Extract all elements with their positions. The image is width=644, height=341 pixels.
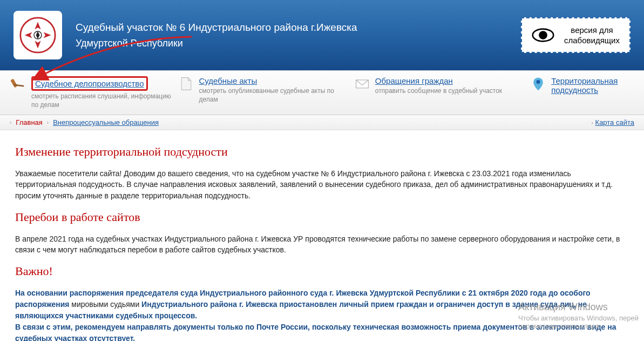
nav-link-appeals[interactable]: Обращения граждан [375, 76, 453, 85]
nav-sub-proceedings: смотреть расписания слушаний, информацию… [31, 92, 173, 109]
nav-item-territory[interactable]: Территориальная подсудность [531, 76, 633, 109]
nav-sub-acts: смотреть опубликованные судебные акты по… [199, 87, 349, 104]
eye-icon [532, 24, 554, 46]
paragraph-outages: В апреле 2021 года на судебных участках … [15, 233, 629, 256]
sitemap-link[interactable]: Карта сайта [595, 118, 634, 126]
svg-point-3 [539, 31, 547, 39]
breadcrumb-sitemap[interactable]: › Карта сайта [592, 118, 634, 126]
main-nav: Судебное делопроизводство смотреть распи… [0, 70, 644, 115]
gavel-icon [11, 76, 26, 91]
site-title-line2: Удмуртской Республики [76, 38, 357, 49]
envelope-icon [355, 76, 370, 91]
accessibility-button[interactable]: версия для слабовидящих [521, 17, 631, 53]
nav-item-acts[interactable]: Судебные акты смотреть опубликованные су… [179, 76, 349, 109]
nav-link-territory[interactable]: Территориальная подсудность [551, 76, 618, 95]
map-pin-icon [531, 76, 546, 91]
document-icon [179, 76, 194, 91]
accessibility-label: версия для слабовидящих [564, 25, 620, 46]
breadcrumb-home[interactable]: Главная [16, 118, 42, 126]
breadcrumb-current[interactable]: Внепроцессуальные обращения [53, 118, 159, 126]
breadcrumb-sep-icon: › [592, 120, 593, 126]
site-header: Судебный участок № 6 Индустриального рай… [0, 0, 644, 70]
breadcrumb-sep-icon: › [47, 119, 49, 125]
svg-point-7 [537, 80, 540, 84]
breadcrumb-sep-icon: › [10, 119, 11, 125]
heading-territory-change: Изменение территориальной подсудности [15, 143, 629, 161]
heading-outages: Перебои в работе сайтов [15, 209, 629, 226]
notice-paragraph: На основании распоряжения председателя с… [15, 287, 629, 341]
nav-link-proceedings[interactable]: Судебное делопроизводство [35, 79, 144, 88]
site-logo [13, 11, 62, 59]
nav-item-appeals[interactable]: Обращения граждан отправить сообщение в … [355, 76, 525, 109]
nav-highlight-annotation: Судебное делопроизводство [31, 76, 148, 91]
page-content: Изменение территориальной подсудности Ув… [0, 130, 644, 341]
site-title-line1: Судебный участок № 6 Индустриального рай… [76, 22, 357, 34]
site-title: Судебный участок № 6 Индустриального рай… [76, 22, 357, 49]
coat-of-arms-icon [19, 16, 57, 54]
nav-link-acts[interactable]: Судебные акты [199, 76, 257, 85]
nav-sub-appeals: отправить сообщение в судебный участок [375, 87, 502, 96]
breadcrumb: › Главная › Внепроцессуальные обращения … [0, 115, 644, 130]
nav-item-proceedings[interactable]: Судебное делопроизводство смотреть распи… [11, 76, 173, 109]
svg-rect-4 [11, 79, 17, 88]
heading-important-1: Важно! [15, 263, 629, 280]
paragraph-territory: Уважаемые посетители сайта! Доводим до в… [15, 168, 629, 201]
